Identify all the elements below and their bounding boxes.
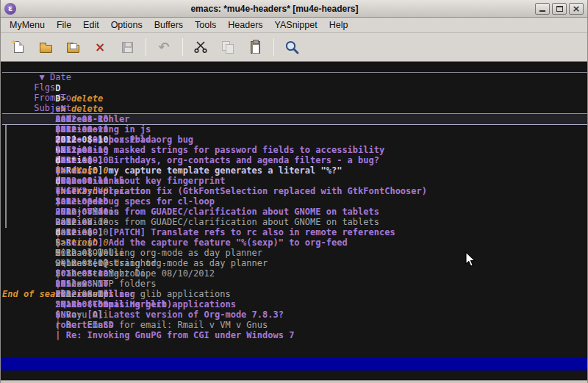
message-subject: | Re: Invoking GnuPG from CGI under Wind… (55, 330, 294, 340)
menu-item[interactable]: Edit (77, 18, 105, 32)
open-folder-icon (40, 45, 52, 53)
mark-indicator: D (55, 83, 65, 93)
emacs-icon: ε (4, 3, 16, 15)
toolbar: × ↶ (1, 33, 587, 62)
dired-button[interactable] (61, 36, 85, 58)
copy-icon (221, 41, 234, 54)
header-line: ▼ Date Flgs From/To Subject (2, 62, 587, 73)
menu-item[interactable]: YASnippet (269, 18, 323, 32)
window-resize-edge[interactable] (1, 380, 587, 383)
message-flags: uN (55, 309, 76, 320)
maximize-button[interactable] (552, 3, 567, 15)
menu-item[interactable]: Help (323, 18, 354, 32)
dired-folder-icon (67, 45, 79, 53)
minimize-icon (539, 10, 545, 12)
menu-bar: MyMenu File Edit Options Buffers Tools H… (1, 18, 587, 33)
menu-item[interactable]: MyMenu (4, 18, 51, 32)
buffer-area: ▼ Date Flgs From/To Subject D -> delete … (1, 62, 587, 358)
mark-indicator: D (55, 93, 65, 104)
save-button[interactable] (115, 36, 139, 58)
paste-button[interactable] (243, 36, 267, 58)
paste-icon (251, 41, 260, 54)
mode-line: *mu4e-headers* ( 5, 0) [All/2.0k] [mu4e-… (1, 358, 587, 371)
search-button[interactable] (280, 36, 304, 58)
message-from: robertcInSD (55, 320, 172, 330)
toolbar-separator (273, 38, 274, 56)
emacs-window: ε emacs: *mu4e-headers* [mu4e-headers] ×… (0, 0, 588, 383)
kill-buffer-x-icon: × (95, 41, 105, 54)
toolbar-separator (182, 38, 183, 56)
menu-item[interactable]: File (51, 18, 77, 32)
copy-button[interactable] (216, 36, 240, 58)
minibuffer[interactable] (1, 371, 587, 380)
new-file-button[interactable] (7, 36, 30, 58)
undo-icon: ↶ (158, 40, 169, 54)
window-controls: × (533, 3, 584, 15)
maximize-icon (556, 6, 563, 12)
titlebar[interactable]: ε emacs: *mu4e-headers* [mu4e-headers] × (1, 0, 587, 18)
message-list: D -> delete uN Andreas Röhler | Re: movi… (2, 73, 587, 289)
new-file-icon (14, 41, 24, 53)
cut-scissors-icon (194, 40, 207, 54)
menu-item[interactable]: Options (105, 18, 148, 32)
menu-item[interactable]: Tools (189, 18, 222, 32)
mark-indicator: d (55, 155, 65, 165)
message-date: 2012-08-09 (55, 299, 124, 309)
toolbar-separator (146, 38, 146, 56)
minimize-button[interactable] (535, 3, 550, 15)
close-icon: × (573, 4, 581, 13)
cut-button[interactable] (189, 36, 212, 58)
menu-item[interactable]: Buffers (148, 18, 189, 32)
close-button[interactable]: × (569, 3, 584, 15)
kill-buffer-button[interactable]: × (88, 36, 112, 58)
mark-indicator: d (55, 227, 65, 237)
search-icon (284, 40, 300, 55)
message-row[interactable]: D -> delete uaN Bastien | Re: [O] possib… (2, 83, 587, 93)
message-row[interactable]: D -> delete uN Andreas Röhler | Re: movi… (2, 73, 587, 83)
undo-button[interactable]: ↶ (152, 36, 176, 58)
window-title: emacs: *mu4e-headers* [mu4e-headers] (16, 4, 533, 14)
open-file-button[interactable] (34, 36, 57, 58)
menu-item[interactable]: Headers (222, 18, 268, 32)
save-icon (122, 42, 133, 53)
mouse-cursor (465, 251, 476, 268)
mark-indicator: d (55, 176, 65, 186)
